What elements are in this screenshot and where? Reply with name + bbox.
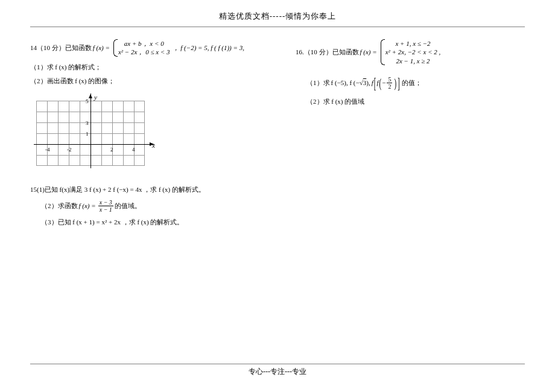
q16-fx: f (x) = [360, 48, 377, 55]
q16-case3: 2x − 1, x ≥ 2 [396, 57, 430, 65]
y-tick-5: 5 [86, 98, 89, 104]
neg-sign: − [382, 79, 385, 86]
q16-p2: （2）求 f (x) 的值域 [296, 97, 525, 106]
q16-p1b: 的值； [402, 78, 422, 87]
q14-stem: 14（10 分）已知函数 [30, 43, 92, 52]
x-axis-label: x [152, 142, 155, 149]
page-header: 精选优质文档-----倾情为你奉上 [0, 0, 555, 25]
lparen-icon: ( [379, 75, 382, 90]
page-body: 14（10 分）已知函数 f (x) = ax + b， x < 0 x² − … [0, 27, 555, 234]
x-tick-2: 2 [110, 147, 113, 153]
footer-rule [30, 364, 525, 364]
rbracket-icon: ] [398, 75, 400, 90]
q14-p2: （2）画出函数 f (x) 的图像； [30, 77, 259, 86]
q14-case1: ax + b， x < 0 [124, 39, 164, 48]
q14-tail: ， f (−2) = 5, f ( f (1)) = 3, [173, 43, 244, 52]
footer-text: 专心---专注---专业 [249, 367, 306, 376]
q16-frac-num: 5 [387, 76, 392, 83]
q15-fraction: x − 3 x − 1 [98, 199, 113, 213]
q16-f-outer: f [372, 79, 373, 86]
q15: 15(1)已知 f(x)满足 3 f (x) + 2 f (−x) = 4x ，… [30, 185, 259, 227]
x-axis [34, 144, 154, 145]
q15-p1: 15(1)已知 f(x)满足 3 f (x) + 2 f (−x) = 4x ，… [30, 185, 259, 194]
q14: 14（10 分）已知函数 f (x) = ax + b， x < 0 x² − … [30, 39, 259, 173]
x-tick-4: 4 [132, 147, 135, 153]
q15-p2b: 的值域。 [115, 201, 141, 210]
q15-p3: （3）已知 f (x + 1) = x² + 2x ，求 f (x) 的解析式。 [30, 218, 259, 227]
y-axis-label: y [94, 93, 97, 101]
q16-stem: 16.（10 分）已知函数 [296, 48, 359, 57]
left-column: 14（10 分）已知函数 f (x) = ax + b， x < 0 x² − … [30, 39, 259, 234]
lbracket-icon: [ [374, 75, 376, 90]
q16-fraction: 5 2 [387, 76, 392, 90]
q16-case1: x + 1, x ≤ −2 [395, 39, 430, 48]
x-tick-n4: -4 [45, 147, 50, 153]
q14-fx: f (x) = [93, 44, 110, 51]
rparen-icon: ) [394, 75, 396, 90]
q16-cases: x + 1, x ≤ −2 x² + 2x, −2 < x < 2 , 2x −… [381, 39, 441, 65]
q16-f-inner: f [376, 79, 378, 86]
q16-frac-den: 2 [387, 83, 392, 90]
q15-p2a: （2）求函数 [41, 201, 78, 210]
q14-case2: x² − 2x， 0 ≤ x < 3 [118, 48, 170, 56]
q16-p1a: （1）求 [306, 78, 330, 87]
y-axis [90, 93, 91, 168]
page-footer: 专心---专注---专业 [0, 364, 555, 377]
coordinate-grid: y x -4 -2 2 4 5 3 1 [30, 95, 151, 173]
right-column: 16.（10 分）已知函数 f (x) = x + 1, x ≤ −2 x² +… [296, 39, 525, 234]
q16-p1-vals: f (−5), f (−√3 ), [331, 79, 370, 86]
q16: 16.（10 分）已知函数 f (x) = x + 1, x ≤ −2 x² +… [296, 39, 525, 106]
y-tick-1: 1 [86, 131, 89, 137]
y-tick-3: 3 [86, 120, 89, 126]
q15-frac-num: x − 3 [98, 199, 113, 206]
q16-case2: x² + 2x, −2 < x < 2 , [385, 48, 441, 56]
q14-p1: （1）求 f (x) 的解析式； [30, 63, 259, 72]
q14-cases: ax + b， x < 0 x² − 2x， 0 ≤ x < 3 [113, 39, 170, 57]
x-tick-n2: -2 [67, 147, 72, 153]
q15-frac-den: x − 1 [98, 206, 113, 213]
q15-fx: f (x) = [79, 202, 96, 209]
